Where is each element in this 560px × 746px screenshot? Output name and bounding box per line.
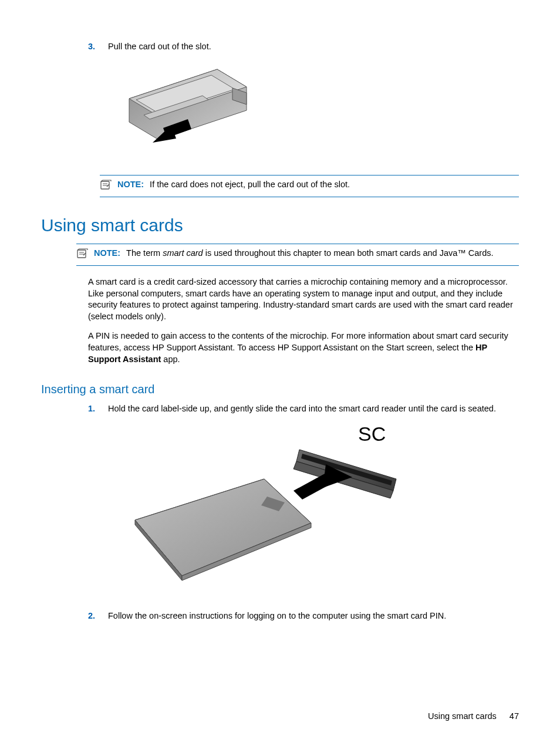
note-text: NOTE:The term smart card is used through…	[94, 248, 519, 259]
list-number: 2.	[88, 610, 108, 622]
note-label: NOTE:	[94, 248, 120, 258]
list-number: 3.	[88, 41, 108, 53]
list-item-insert-step1: 1. Hold the card label-side up, and gent…	[88, 403, 519, 415]
list-text: Follow the on-screen instructions for lo…	[108, 610, 519, 622]
note-icon	[100, 180, 115, 194]
figure-card-eject	[117, 63, 519, 163]
note-box-eject: NOTE:If the card does not eject, pull th…	[100, 175, 519, 198]
paragraph-smartcard-desc: A smart card is a credit card-sized acce…	[88, 276, 519, 322]
list-number: 1.	[88, 403, 108, 415]
note-text: NOTE:If the card does not eject, pull th…	[117, 179, 519, 191]
heading-using-smart-cards: Using smart cards	[41, 214, 519, 238]
list-text: Pull the card out of the slot.	[108, 41, 519, 53]
note-icon	[76, 248, 92, 262]
note-box-smartcard-term: NOTE:The term smart card is used through…	[76, 244, 519, 266]
heading-inserting-smart-card: Inserting a smart card	[41, 382, 519, 397]
list-item-insert-step2: 2. Follow the on-screen instructions for…	[88, 610, 519, 622]
figure-label-sc: SC	[358, 423, 386, 445]
note-label: NOTE:	[117, 180, 144, 189]
list-text: Hold the card label-side up, and gently …	[108, 403, 519, 415]
list-item-step3: 3. Pull the card out of the slot.	[88, 41, 519, 53]
paragraph-pin-info: A PIN is needed to gain access to the co…	[88, 330, 519, 365]
figure-insert-smartcard: SC	[117, 423, 519, 597]
